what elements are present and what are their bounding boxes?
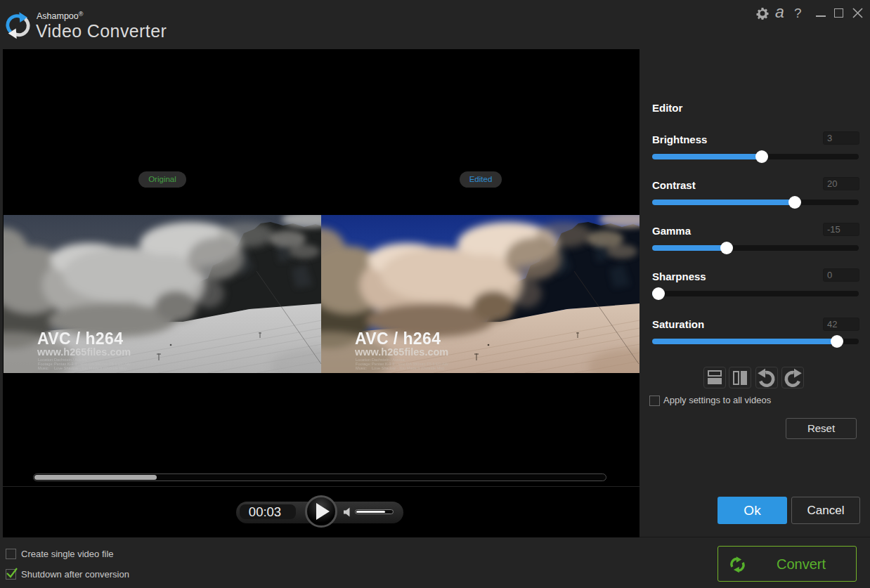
svg-text:Love Shadow - You Made It (Out: Love Shadow - You Made It (Outside Mix): [372, 366, 444, 370]
svg-text:Music:: Music:: [356, 366, 368, 370]
svg-text:AVC / h264: AVC / h264: [355, 329, 441, 348]
svg-text:Love Shadow - You Made It (Out: Love Shadow - You Made It (Outside Mix): [54, 366, 126, 370]
svg-text:AVC / h264: AVC / h264: [37, 329, 123, 348]
svg-text:www.h265files.com: www.h265files.com: [37, 346, 131, 358]
svg-text:www.h265files.com: www.h265files.com: [354, 346, 448, 358]
svg-text:Music:: Music:: [38, 366, 50, 370]
